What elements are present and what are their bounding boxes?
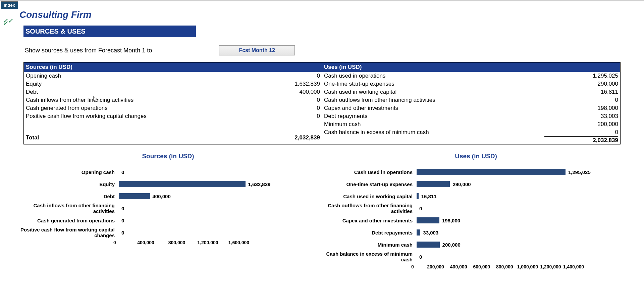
sources-total-value: 2,032,839 — [246, 134, 320, 141]
chart-bar-value: 400,000 — [153, 194, 171, 199]
row-label: One-time start-up expenses — [324, 80, 544, 88]
table-row: Debt repayments33,003 — [322, 112, 620, 120]
chart-bar-label: Opening cash — [17, 169, 119, 175]
sources-uses-table: Sources (in USD) Opening cash0Equity1,63… — [23, 62, 621, 144]
row-label: Capex and other investments — [324, 104, 544, 112]
chart-bar — [417, 229, 420, 236]
chart-bar-label: Debt — [17, 194, 119, 199]
chart-bar-row: Cash generated from operations0 — [17, 214, 319, 226]
chart-bar-label: Cash inflows from other financing activi… — [17, 203, 119, 214]
page-title: Consulting Firm — [19, 1, 643, 20]
table-row: Debt400,000 — [24, 88, 322, 96]
uses-total-label — [324, 137, 544, 144]
chart-bar-label: Cash balance in excess of minimum cash — [325, 251, 417, 262]
table-row: One-time start-up expenses290,000 — [322, 80, 620, 88]
chart-bar-value: 33,003 — [423, 230, 438, 236]
row-label: Cash inflows from other financing activi… — [26, 96, 246, 104]
axis-tick-label: 400,000 — [450, 264, 467, 269]
axis-tick-label: 0 — [411, 264, 414, 269]
row-label: Equity — [26, 80, 246, 88]
row-value: 33,003 — [544, 113, 618, 120]
row-label: Positive cash flow from working capital … — [26, 113, 246, 120]
row-label: Cash used in operations — [324, 72, 544, 80]
table-row: Cash inflows from other financing activi… — [24, 96, 322, 104]
sources-chart: Sources (in USD)Opening cash0Equity1,632… — [14, 153, 322, 273]
table-row: Minimum cash200,000 — [322, 120, 620, 128]
row-value: 198,000 — [544, 104, 618, 112]
chart-bar-row: Cash inflows from other financing activi… — [17, 202, 319, 214]
chart-bar-row: Minimum cash200,000 — [325, 239, 627, 251]
uses-total-value: 2,032,839 — [544, 137, 618, 144]
chart-bar-value: 0 — [121, 218, 124, 223]
axis-tick-label: 400,000 — [137, 240, 154, 245]
chart-bar-label: Cash outflows from other financing activ… — [325, 203, 417, 214]
row-label: Cash balance in excess of minimum cash — [324, 129, 544, 136]
chart-bar — [417, 193, 419, 199]
uses-column: Uses (in USD) Cash used in operations1,2… — [322, 62, 620, 144]
chart-bar-label: Capex and other investments — [325, 218, 417, 223]
chart-bar-row: Opening cash0 — [17, 166, 319, 178]
row-value: 1,632,839 — [246, 80, 320, 88]
chart-bar-label: Positive cash flow from working capital … — [17, 227, 119, 238]
sources-column: Sources (in USD) Opening cash0Equity1,63… — [24, 62, 322, 144]
table-row: Cash balance in excess of minimum cash0 — [322, 128, 620, 136]
axis-tick-label: 800,000 — [496, 264, 513, 269]
table-row: Opening cash0 — [24, 72, 322, 80]
chart-bar-value: 200,000 — [442, 242, 461, 248]
row-label: Minimum cash — [324, 121, 544, 128]
chart-bar-label: One-time start-up expenses — [325, 181, 417, 187]
chart-title: Sources (in USD) — [17, 153, 319, 160]
chart-bar — [119, 193, 150, 199]
axis-tick-label: 1,600,000 — [228, 240, 249, 245]
chart-bar-value: 0 — [419, 206, 422, 211]
chart-bar-value: 1,632,839 — [248, 181, 271, 187]
axis-tick-label: 0 — [113, 240, 116, 245]
chart-bar-row: Cash outflows from other financing activ… — [325, 202, 627, 214]
row-value: 0 — [544, 96, 618, 104]
axis-tick-label: 1,200,000 — [540, 264, 561, 269]
table-row: Cash used in operations1,295,025 — [322, 72, 620, 80]
row-label: Cash used in working capital — [324, 88, 544, 96]
chart-bar-value: 0 — [121, 206, 124, 211]
axis-tick-label: 200,000 — [427, 264, 444, 269]
chart-bar-label: Equity — [17, 181, 119, 187]
chart-bar-value: 0 — [419, 254, 422, 260]
section-header: SOURCES & USES — [23, 26, 196, 37]
axis-tick-label: 800,000 — [168, 240, 185, 245]
row-value: 0 — [246, 104, 320, 112]
chart-bar-value: 290,000 — [452, 181, 471, 187]
row-label: Debt — [26, 88, 246, 96]
row-value: 290,000 — [544, 80, 618, 88]
axis-tick-label: 1,200,000 — [197, 240, 218, 245]
axis-tick-label: 1,000,000 — [517, 264, 538, 269]
chart-bar — [417, 169, 566, 175]
chart-bar-value: 0 — [121, 169, 124, 175]
row-value: 400,000 — [246, 88, 320, 96]
forecast-month-selector[interactable]: Fcst Month 12 — [219, 45, 295, 55]
table-row: Positive cash flow from working capital … — [24, 112, 322, 120]
row-value: 200,000 — [544, 121, 618, 128]
chart-bar-value: 16,811 — [421, 194, 437, 199]
row-value: 0 — [246, 113, 320, 120]
row-label: Cash generated from operations — [26, 104, 246, 112]
chart-bar-label: Debt repayments — [325, 230, 417, 236]
axis-line — [115, 166, 115, 239]
uses-chart: Uses (in USD)Cash used in operations1,29… — [322, 153, 630, 273]
chart-bar-label: Cash generated from operations — [17, 218, 119, 223]
chart-bar-row: Debt repayments33,003 — [325, 226, 627, 239]
uses-header: Uses (in USD) — [322, 62, 620, 72]
show-label: Show sources & uses from Forecast Month … — [25, 47, 152, 54]
axis-tick-label: 600,000 — [473, 264, 490, 269]
row-value: 16,811 — [544, 88, 618, 96]
sources-total-label: Total — [26, 134, 246, 141]
table-row: Cash generated from operations0 — [24, 104, 322, 112]
chart-bar — [417, 242, 440, 248]
row-value: 0 — [544, 129, 618, 136]
chart-bar — [417, 181, 450, 187]
chart-bar-row: Equity1,632,839 — [17, 178, 319, 190]
chart-bar-value: 0 — [121, 230, 124, 236]
chart-bar-value: 198,000 — [442, 218, 460, 223]
chart-bar-label: Minimum cash — [325, 242, 417, 248]
chart-bar — [119, 181, 246, 187]
chart-bar-row: Positive cash flow from working capital … — [17, 226, 319, 239]
